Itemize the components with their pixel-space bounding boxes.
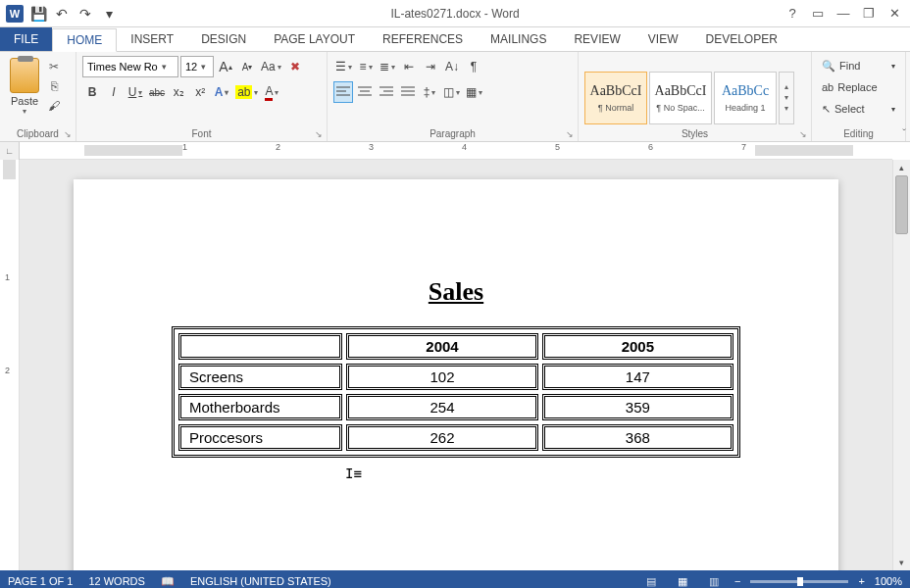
font-size-combo[interactable]: 12 bbox=[180, 56, 214, 77]
customize-qat-icon[interactable]: ▾ bbox=[98, 3, 120, 24]
font-dialog-icon[interactable]: ↘ bbox=[315, 129, 323, 139]
bullets-button[interactable]: ☰ bbox=[333, 56, 354, 77]
save-icon[interactable]: 💾 bbox=[27, 3, 49, 24]
select-button[interactable]: ↖Select▾ bbox=[818, 99, 899, 119]
undo-icon[interactable]: ↶ bbox=[51, 3, 73, 24]
tab-insert[interactable]: INSERT bbox=[117, 27, 187, 51]
shrink-font-button[interactable]: A▾ bbox=[237, 56, 257, 77]
clear-formatting-button[interactable]: ✖ bbox=[285, 56, 305, 77]
justify-button[interactable] bbox=[398, 81, 418, 103]
italic-button[interactable]: I bbox=[104, 81, 124, 103]
scroll-thumb[interactable] bbox=[895, 175, 908, 234]
table-cell[interactable]: 254 bbox=[346, 394, 537, 420]
tab-developer[interactable]: DEVELOPER bbox=[691, 27, 790, 51]
collapse-ribbon-icon[interactable]: ˇ bbox=[902, 127, 906, 139]
underline-button[interactable]: U bbox=[126, 81, 145, 103]
line-spacing-button[interactable]: ‡ bbox=[420, 81, 439, 103]
table-cell[interactable]: 368 bbox=[542, 424, 733, 451]
multilevel-button[interactable]: ≣ bbox=[378, 56, 397, 77]
strikethrough-button[interactable]: abc bbox=[147, 81, 167, 103]
style-no-spacing[interactable]: AaBbCcI ¶ No Spac... bbox=[649, 72, 712, 124]
status-words[interactable]: 12 WORDS bbox=[88, 575, 144, 587]
table-header[interactable]: 2004 bbox=[346, 333, 537, 360]
superscript-button[interactable]: x² bbox=[190, 81, 210, 103]
decrease-indent-button[interactable]: ⇤ bbox=[399, 56, 419, 77]
styles-more-button[interactable]: ▴▾▾ bbox=[779, 72, 794, 124]
print-layout-icon[interactable]: ▦ bbox=[672, 573, 693, 588]
zoom-in-button[interactable]: + bbox=[858, 575, 864, 587]
style-normal[interactable]: AaBbCcI ¶ Normal bbox=[584, 72, 647, 124]
ribbon-options-icon[interactable]: ▭ bbox=[806, 4, 830, 24]
help-icon[interactable]: ? bbox=[781, 4, 804, 24]
clipboard-dialog-icon[interactable]: ↘ bbox=[64, 129, 72, 139]
table-cell[interactable]: 359 bbox=[542, 394, 733, 420]
table-header[interactable]: 2005 bbox=[542, 333, 733, 360]
align-center-button[interactable] bbox=[355, 81, 375, 103]
font-color-button[interactable]: A bbox=[262, 81, 281, 103]
paragraph-dialog-icon[interactable]: ↘ bbox=[566, 129, 574, 139]
scroll-up-icon[interactable]: ▴ bbox=[893, 160, 910, 175]
numbering-button[interactable]: ≡ bbox=[356, 56, 376, 77]
document-area[interactable]: Sales 2004 2005 Screens 102 147 Motherbo… bbox=[20, 160, 892, 570]
highlight-button[interactable]: ab bbox=[233, 81, 260, 103]
table-cell[interactable]: 262 bbox=[346, 424, 537, 451]
style-heading1[interactable]: AaBbCc Heading 1 bbox=[714, 72, 777, 124]
scroll-down-icon[interactable]: ▾ bbox=[893, 555, 910, 570]
table-row[interactable]: 2004 2005 bbox=[178, 333, 733, 360]
minimize-icon[interactable]: — bbox=[832, 4, 855, 24]
table-row[interactable]: Proccesors 262 368 bbox=[178, 424, 733, 451]
align-right-button[interactable] bbox=[377, 81, 396, 103]
align-left-button[interactable] bbox=[333, 81, 353, 103]
text-effects-button[interactable]: A bbox=[212, 81, 231, 103]
page[interactable]: Sales 2004 2005 Screens 102 147 Motherbo… bbox=[74, 179, 838, 570]
status-language[interactable]: ENGLISH (UNITED STATES) bbox=[190, 575, 331, 587]
table-cell[interactable]: Motherboards bbox=[178, 394, 342, 420]
tab-review[interactable]: REVIEW bbox=[560, 27, 633, 51]
table-cell[interactable]: 147 bbox=[542, 364, 733, 390]
tab-design[interactable]: DESIGN bbox=[187, 27, 260, 51]
vertical-scrollbar[interactable]: ▴ ▾ bbox=[892, 160, 910, 570]
tab-view[interactable]: VIEW bbox=[634, 27, 692, 51]
change-case-button[interactable]: Aa bbox=[259, 56, 283, 77]
cut-icon[interactable]: ✂ bbox=[45, 58, 63, 75]
close-icon[interactable]: ✕ bbox=[883, 4, 906, 24]
read-mode-icon[interactable]: ▤ bbox=[640, 573, 662, 588]
status-page[interactable]: PAGE 1 OF 1 bbox=[8, 575, 73, 587]
increase-indent-button[interactable]: ⇥ bbox=[421, 56, 440, 77]
vertical-ruler[interactable]: 1 2 bbox=[0, 160, 20, 570]
grow-font-button[interactable]: A▴ bbox=[216, 56, 235, 77]
table-header[interactable] bbox=[178, 333, 342, 360]
table-row[interactable]: Motherboards 254 359 bbox=[178, 394, 733, 420]
tab-home[interactable]: HOME bbox=[52, 28, 117, 52]
show-marks-button[interactable]: ¶ bbox=[464, 56, 483, 77]
format-painter-icon[interactable]: 🖌 bbox=[45, 97, 63, 115]
tab-mailings[interactable]: MAILINGS bbox=[477, 27, 560, 51]
sales-table[interactable]: 2004 2005 Screens 102 147 Motherboards 2… bbox=[172, 326, 740, 458]
borders-button[interactable]: ▦ bbox=[464, 81, 484, 103]
zoom-level[interactable]: 100% bbox=[875, 575, 902, 587]
table-row[interactable]: Screens 102 147 bbox=[178, 364, 733, 390]
table-cell[interactable]: 102 bbox=[346, 364, 537, 390]
find-button[interactable]: 🔍Find▾ bbox=[818, 56, 899, 75]
bold-button[interactable]: B bbox=[82, 81, 102, 103]
sort-button[interactable]: A↓ bbox=[442, 56, 462, 77]
tab-references[interactable]: REFERENCES bbox=[369, 27, 477, 51]
paste-button[interactable]: Paste ▾ bbox=[6, 56, 43, 116]
zoom-out-button[interactable]: − bbox=[734, 575, 740, 587]
zoom-slider[interactable] bbox=[750, 580, 848, 583]
copy-icon[interactable]: ⎘ bbox=[45, 77, 63, 95]
status-proofing-icon[interactable]: 📖 bbox=[161, 575, 175, 588]
shading-button[interactable]: ◫ bbox=[441, 81, 462, 103]
horizontal-ruler[interactable]: ∟ 1 2 3 4 5 6 7 bbox=[0, 142, 910, 160]
table-cell[interactable]: Proccesors bbox=[178, 424, 342, 451]
font-name-combo[interactable]: Times New Ro bbox=[82, 56, 178, 77]
subscript-button[interactable]: x₂ bbox=[169, 81, 188, 103]
restore-icon[interactable]: ❐ bbox=[857, 4, 881, 24]
web-layout-icon[interactable]: ▥ bbox=[703, 573, 725, 588]
document-heading[interactable]: Sales bbox=[172, 277, 740, 307]
replace-button[interactable]: abReplace bbox=[818, 77, 899, 97]
tab-page-layout[interactable]: PAGE LAYOUT bbox=[260, 27, 369, 51]
tab-file[interactable]: FILE bbox=[0, 27, 52, 51]
table-cell[interactable]: Screens bbox=[178, 364, 342, 390]
redo-icon[interactable]: ↷ bbox=[75, 3, 96, 24]
